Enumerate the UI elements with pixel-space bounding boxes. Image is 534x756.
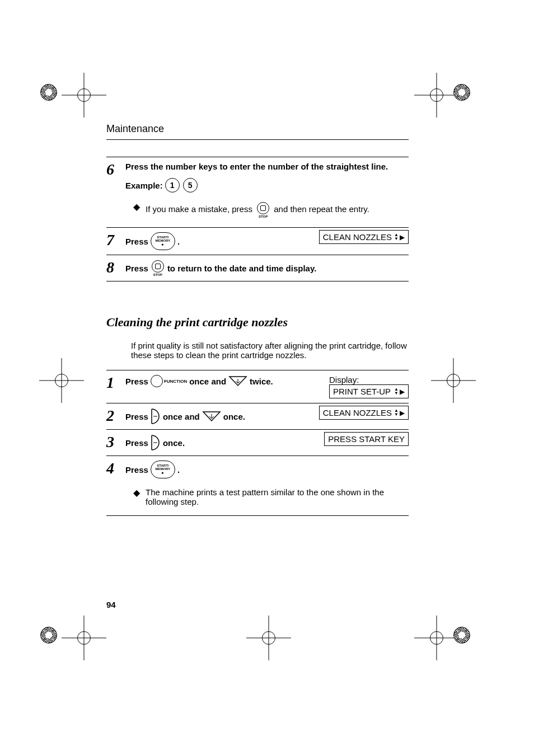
start-memory-key-icon: START/MEMORY⬥ (151, 461, 175, 478)
start-memory-key-icon: START/MEMORY⬥ (151, 232, 175, 250)
crop-mark-icon (62, 616, 106, 660)
clean-step-1: 1 Display: PRINT SET-UP ▲▼▶ Press FUNCTI… (106, 375, 409, 398)
page-number: 94 (106, 600, 116, 609)
down-nav-key-icon (228, 375, 247, 387)
lcd-display: PRESS START KEY (324, 432, 409, 446)
stop-key-icon: STOP (256, 201, 270, 218)
divider (106, 255, 409, 255)
numkey-1-icon: 1 (165, 178, 180, 192)
subsection-title: Cleaning the print cartridge nozzles (106, 315, 409, 330)
divider (106, 157, 409, 157)
step-note: ◆ If you make a mistake, press STOP and … (125, 201, 409, 218)
step-number: 8 (106, 260, 125, 275)
clean-step-2: 2 CLEAN NOZZLES ▲▼▶ Press once and once. (106, 408, 409, 425)
step-number: 2 (106, 408, 125, 424)
step-6: 6 Press the number keys to enter the num… (106, 162, 409, 223)
step-8: 8 Press STOP to return to the date and t… (106, 260, 409, 276)
divider (106, 429, 409, 430)
divider (106, 370, 409, 370)
step-number: 6 (106, 162, 125, 177)
function-key-icon: FUNCTION (151, 375, 187, 387)
right-nav-key-icon (151, 408, 161, 425)
divider (106, 227, 409, 228)
lcd-display: CLEAN NOZZLES ▲▼▶ (319, 230, 409, 244)
crop-mark-icon (431, 358, 476, 403)
stop-key-icon: STOP (151, 260, 165, 276)
registration-gear-icon (453, 627, 470, 644)
crop-mark-icon (39, 358, 84, 403)
section-header: Maintenance (106, 123, 409, 135)
divider (106, 281, 409, 281)
divider (106, 515, 409, 516)
step-instruction: Press the number keys to enter the numbe… (125, 162, 409, 171)
down-nav-key-icon (202, 411, 221, 422)
step-7: 7 CLEAN NOZZLES ▲▼▶ Press START/MEMORY⬥ … (106, 232, 409, 250)
step-number: 4 (106, 461, 125, 476)
example-label: Example: (125, 181, 163, 190)
crop-mark-icon (414, 616, 459, 660)
divider (106, 456, 409, 456)
numkey-5-icon: 5 (183, 178, 198, 192)
right-nav-key-icon (151, 434, 161, 451)
crop-mark-icon (246, 616, 291, 660)
registration-gear-icon (453, 84, 470, 101)
step-number: 3 (106, 434, 125, 450)
crop-mark-icon (62, 73, 106, 118)
clean-step-4: 4 Press START/MEMORY⬥ . ◆ The machine pr… (106, 461, 409, 511)
divider (106, 403, 409, 403)
crop-mark-icon (414, 73, 459, 118)
step-number: 1 (106, 375, 125, 391)
registration-gear-icon (40, 627, 57, 644)
lcd-display: PRINT SET-UP ▲▼▶ (329, 384, 409, 398)
lcd-display: CLEAN NOZZLES ▲▼▶ (319, 406, 409, 420)
step-number: 7 (106, 232, 125, 248)
intro-paragraph: If print quality is still not satisfacto… (131, 341, 409, 360)
page-content: Maintenance 6 Press the number keys to e… (106, 123, 409, 520)
display-label: Display: (329, 375, 409, 384)
divider (106, 139, 409, 140)
step-note: ◆ The machine prints a test pattern simi… (125, 487, 409, 506)
clean-step-3: 3 PRESS START KEY Press once. (106, 434, 409, 451)
registration-gear-icon (40, 84, 57, 101)
